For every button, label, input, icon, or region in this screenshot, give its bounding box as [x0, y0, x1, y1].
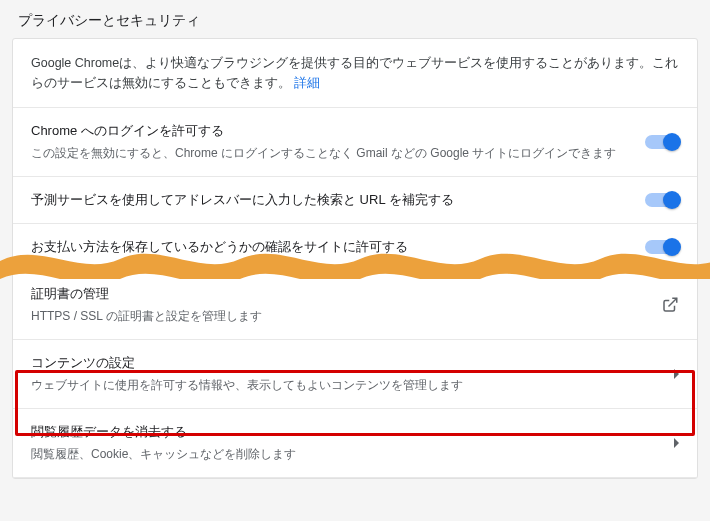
- row-desc: ウェブサイトに使用を許可する情報や、表示してもよいコンテンツを管理します: [31, 376, 656, 394]
- row-title: Chrome へのログインを許可する: [31, 122, 627, 140]
- row-chrome-login[interactable]: Chrome へのログインを許可する この設定を無効にすると、Chrome にロ…: [13, 108, 697, 177]
- chevron-right-icon: [674, 369, 679, 379]
- row-manage-certificates[interactable]: 証明書の管理 HTTPS / SSL の証明書と設定を管理します: [13, 271, 697, 340]
- intro-row: Google Chromeは、より快適なブラウジングを提供する目的でウェブサービ…: [13, 39, 697, 108]
- row-title: 予測サービスを使用してアドレスバーに入力した検索と URL を補完する: [31, 191, 627, 209]
- toggle-prediction-service[interactable]: [645, 193, 679, 207]
- row-title: コンテンツの設定: [31, 354, 656, 372]
- row-content-settings[interactable]: コンテンツの設定 ウェブサイトに使用を許可する情報や、表示してもよいコンテンツを…: [13, 340, 697, 409]
- row-title: お支払い方法を保存しているかどうかの確認をサイトに許可する: [31, 238, 627, 256]
- row-desc: HTTPS / SSL の証明書と設定を管理します: [31, 307, 643, 325]
- row-clear-browsing-data[interactable]: 閲覧履歴データを消去する 閲覧履歴、Cookie、キャッシュなどを削除します: [13, 409, 697, 478]
- learn-more-link[interactable]: 詳細: [294, 76, 320, 90]
- toggle-chrome-login[interactable]: [645, 135, 679, 149]
- intro-text: Google Chromeは、より快適なブラウジングを提供する目的でウェブサービ…: [31, 56, 678, 90]
- row-title: 閲覧履歴データを消去する: [31, 423, 656, 441]
- row-prediction-service[interactable]: 予測サービスを使用してアドレスバーに入力した検索と URL を補完する: [13, 177, 697, 224]
- page-title: プライバシーとセキュリティ: [0, 0, 710, 38]
- chevron-right-icon: [674, 438, 679, 448]
- settings-card: Google Chromeは、より快適なブラウジングを提供する目的でウェブサービ…: [12, 38, 698, 479]
- toggle-payment-check[interactable]: [645, 240, 679, 254]
- row-desc: この設定を無効にすると、Chrome にログインすることなく Gmail などの…: [31, 144, 627, 162]
- external-link-icon: [661, 296, 679, 314]
- row-payment-check[interactable]: お支払い方法を保存しているかどうかの確認をサイトに許可する: [13, 224, 697, 271]
- row-title: 証明書の管理: [31, 285, 643, 303]
- row-desc: 閲覧履歴、Cookie、キャッシュなどを削除します: [31, 445, 656, 463]
